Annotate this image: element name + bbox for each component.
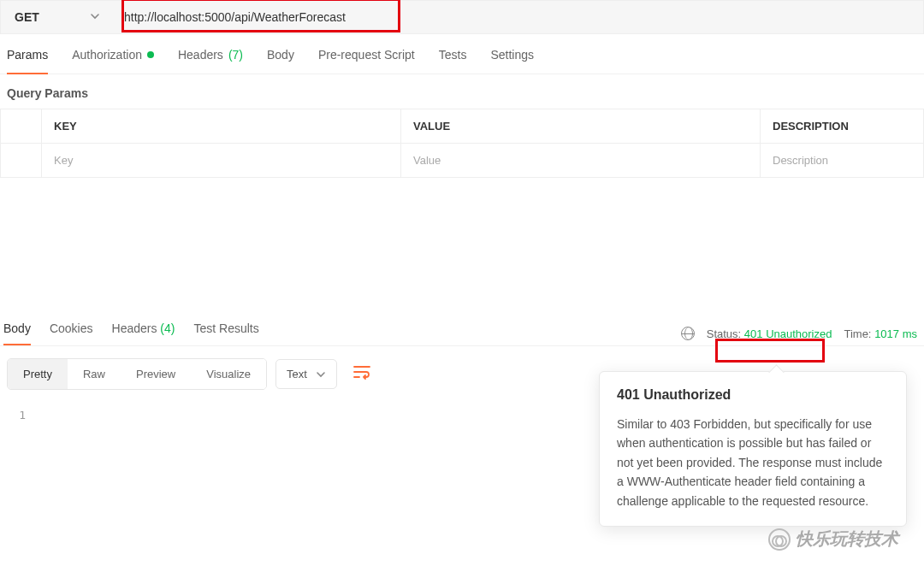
response-meta: Status: 401 Unauthorized Time: 1017 ms: [681, 327, 917, 340]
response-tab-test-results[interactable]: Test Results: [193, 321, 258, 345]
response-tab-cookies[interactable]: Cookies: [50, 321, 93, 345]
status-block[interactable]: Status: 401 Unauthorized: [707, 327, 832, 340]
tab-badge-count: (4): [160, 321, 175, 335]
tab-params[interactable]: Params: [7, 48, 48, 74]
col-value-header: VALUE: [401, 109, 761, 144]
view-mode-preview[interactable]: Preview: [121, 359, 191, 389]
time-label: Time:: [844, 327, 871, 340]
request-url-text: http://localhost:5000/api/WeatherForecas…: [121, 9, 349, 26]
request-bar: GET http://localhost:5000/api/WeatherFor…: [0, 0, 924, 34]
tab-label: Pre-request Script: [318, 48, 415, 62]
response-tab-body[interactable]: Body: [3, 321, 31, 345]
value-input-cell[interactable]: Value: [401, 144, 761, 178]
status-value: 401 Unauthorized: [744, 327, 832, 340]
view-mode-visualize[interactable]: Visualize: [191, 359, 266, 389]
request-tabs: Params Authorization Headers (7) Body Pr…: [0, 34, 924, 74]
response-tab-headers[interactable]: Headers (4): [112, 321, 175, 345]
format-select[interactable]: Text: [275, 359, 337, 389]
tooltip-title: 401 Unauthorized: [617, 387, 889, 403]
col-description-header: DESCRIPTION: [761, 109, 924, 144]
tooltip-body: Similar to 403 Forbidden, but specifical…: [617, 415, 889, 510]
tab-label: Test Results: [193, 321, 258, 335]
tab-tests[interactable]: Tests: [439, 48, 467, 74]
view-mode-segmented: Pretty Raw Preview Visualize: [7, 358, 267, 390]
time-block[interactable]: Time: 1017 ms: [844, 327, 917, 340]
view-mode-raw[interactable]: Raw: [68, 359, 121, 389]
tab-label: Headers: [112, 321, 157, 335]
tab-label: Tests: [439, 48, 467, 62]
tab-headers[interactable]: Headers (7): [178, 48, 243, 74]
tab-label: Cookies: [50, 321, 93, 335]
table-header-row: KEY VALUE DESCRIPTION: [1, 109, 924, 144]
line-number: 1: [0, 409, 26, 422]
query-params-table: KEY VALUE DESCRIPTION Key Value Descript…: [0, 109, 924, 178]
http-method-select[interactable]: GET: [1, 1, 112, 33]
tab-pre-request-script[interactable]: Pre-request Script: [318, 48, 415, 74]
row-checkbox-cell[interactable]: [1, 144, 42, 178]
time-value: 1017 ms: [874, 327, 917, 340]
watermark: 快乐玩转技术: [768, 528, 898, 551]
format-value: Text: [287, 368, 307, 380]
status-label: Status:: [707, 327, 741, 340]
wrap-lines-icon[interactable]: [346, 359, 378, 389]
tab-body[interactable]: Body: [267, 48, 294, 74]
tab-label: Settings: [490, 48, 534, 62]
tab-label: Params: [7, 48, 48, 62]
tab-badge-count: (7): [228, 48, 243, 62]
col-key-header: KEY: [42, 109, 401, 144]
key-input-cell[interactable]: Key: [42, 144, 401, 178]
tab-label: Headers: [178, 48, 223, 62]
description-input-cell[interactable]: Description: [761, 144, 924, 178]
watermark-text: 快乐玩转技术: [796, 528, 898, 551]
view-mode-pretty[interactable]: Pretty: [8, 359, 68, 389]
chevron-down-icon: [316, 369, 326, 380]
http-method-value: GET: [15, 10, 39, 24]
response-bar: Body Cookies Headers (4) Test Results St…: [0, 315, 924, 345]
col-checkbox: [1, 109, 42, 144]
status-dot-icon: [147, 51, 154, 58]
tab-authorization[interactable]: Authorization: [72, 48, 154, 74]
tab-label: Body: [267, 48, 294, 62]
status-tooltip: 401 Unauthorized Similar to 403 Forbidde…: [599, 371, 907, 527]
tab-settings[interactable]: Settings: [490, 48, 534, 74]
wechat-icon: [768, 528, 791, 551]
query-params-section-label: Query Params: [0, 74, 924, 109]
globe-icon[interactable]: [681, 327, 695, 340]
request-url-input[interactable]: http://localhost:5000/api/WeatherForecas…: [112, 1, 923, 33]
chevron-down-icon: [90, 10, 100, 24]
table-row[interactable]: Key Value Description: [1, 144, 924, 178]
line-number-gutter: 1: [0, 404, 34, 422]
tab-label: Body: [3, 321, 31, 335]
tab-label: Authorization: [72, 48, 142, 62]
